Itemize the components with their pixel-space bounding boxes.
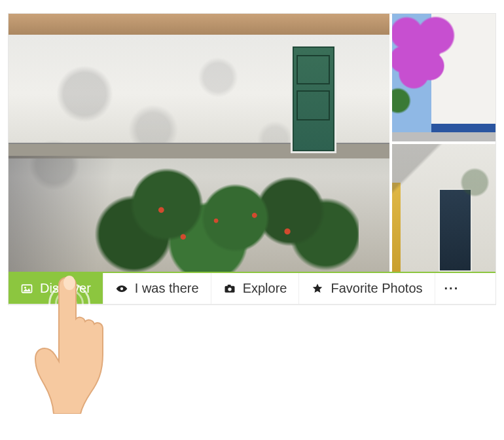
tab-label: Favorite Photos [331, 281, 422, 296]
tab-overflow[interactable]: ··· [435, 273, 469, 304]
tab-favorite-photos[interactable]: Favorite Photos [299, 273, 435, 304]
tab-label: Explore [243, 281, 287, 296]
camera-icon [223, 282, 236, 295]
star-icon [311, 282, 324, 295]
tab-label: Discover [40, 281, 91, 296]
tab-label: I was there [135, 281, 199, 296]
svg-point-2 [120, 287, 123, 289]
gallery-frame: Discover I was there Explore Favorite Ph… [8, 13, 496, 305]
tab-i-was-there[interactable]: I was there [103, 273, 211, 304]
tab-bar: Discover I was there Explore Favorite Ph… [9, 273, 495, 304]
thumbnail-1[interactable] [392, 14, 495, 141]
thumbnail-2[interactable] [392, 144, 495, 272]
tab-explore[interactable]: Explore [211, 273, 300, 304]
photo-gallery [9, 14, 495, 272]
svg-rect-4 [227, 284, 230, 286]
svg-point-5 [228, 287, 231, 291]
ellipsis-icon: ··· [444, 281, 459, 296]
tab-discover[interactable]: Discover [9, 273, 103, 304]
main-photo[interactable] [9, 14, 389, 272]
svg-point-1 [24, 286, 26, 288]
eye-icon [115, 282, 128, 295]
image-icon [20, 282, 33, 295]
